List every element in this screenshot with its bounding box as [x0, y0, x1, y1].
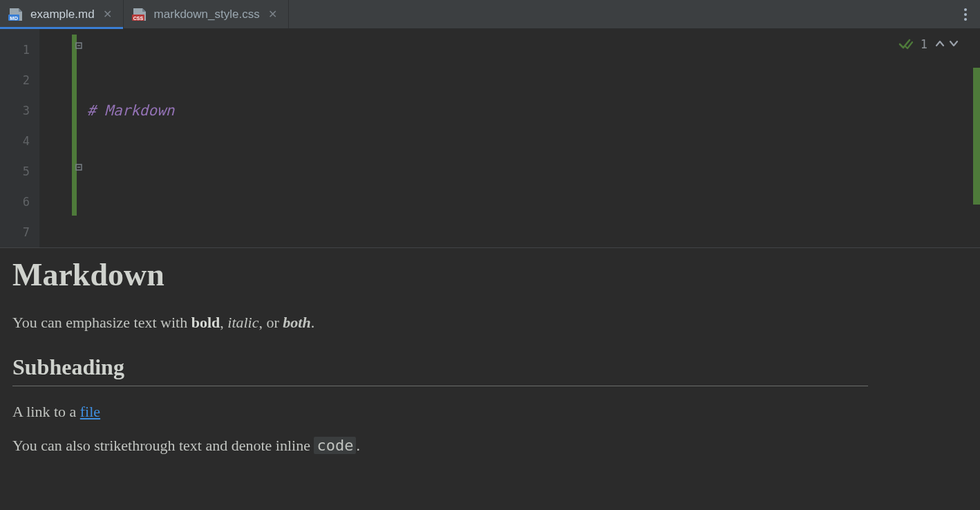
svg-point-4 [964, 8, 967, 11]
tab-example-md[interactable]: MD example.md ✕ [0, 0, 124, 28]
checkmark-icon [898, 38, 914, 50]
tab-overflow-menu[interactable] [951, 0, 980, 28]
line-number: 4 [0, 126, 39, 156]
preview-h1: Markdown [12, 256, 968, 293]
tab-markdown-style-css[interactable]: CSS markdown_style.css ✕ [124, 0, 289, 28]
preview-paragraph: You can also strikethrough text and deno… [12, 435, 968, 457]
line-number: 2 [0, 65, 39, 95]
svg-text:CSS: CSS [133, 15, 143, 20]
inspection-widget[interactable]: 1 [898, 37, 959, 51]
fold-toggle-icon[interactable] [75, 163, 83, 171]
preview-h2: Subheading [12, 355, 968, 380]
tab-label: markdown_style.css [154, 8, 260, 21]
line-number: 1 [0, 35, 39, 65]
svg-point-5 [964, 13, 967, 16]
code-area[interactable]: # Markdown You can emphasize text with *… [87, 29, 980, 247]
preview-rule [12, 386, 868, 386]
line-number: 5 [0, 156, 39, 187]
svg-point-6 [964, 18, 967, 21]
line-number-gutter: 1 2 3 4 5 6 7 [0, 29, 40, 247]
editor-error-stripe[interactable] [970, 29, 980, 247]
css-file-icon: CSS [132, 8, 147, 21]
tab-label: example.md [30, 8, 95, 21]
code-editor[interactable]: 1 2 3 4 5 6 7 # Markdown You can emphasi… [0, 29, 980, 247]
line-number: 3 [0, 95, 39, 126]
next-problem-icon[interactable] [948, 37, 959, 51]
problem-count: 1 [921, 37, 927, 51]
markdown-preview: Markdown You can emphasize text with bol… [0, 247, 980, 510]
vcs-change-stripe [72, 35, 77, 216]
close-icon[interactable]: ✕ [102, 8, 113, 21]
fold-toggle-icon[interactable] [75, 41, 83, 50]
preview-link[interactable]: file [80, 403, 100, 420]
preview-inline-code: code [314, 437, 356, 454]
preview-paragraph: You can emphasize text with bold, italic… [12, 312, 968, 334]
preview-paragraph: A link to a file [12, 402, 968, 423]
line-number: 7 [0, 217, 39, 247]
line-number: 6 [0, 187, 39, 217]
prev-problem-icon[interactable] [934, 37, 945, 51]
svg-text:MD: MD [10, 15, 18, 21]
fold-gutter [40, 29, 87, 247]
editor-tabbar: MD example.md ✕ CSS markdown_style.css ✕ [0, 0, 980, 29]
markdown-file-icon: MD [8, 8, 23, 21]
code-token: # Markdown [87, 102, 174, 119]
close-icon[interactable]: ✕ [267, 8, 279, 21]
vcs-marker [973, 68, 980, 205]
